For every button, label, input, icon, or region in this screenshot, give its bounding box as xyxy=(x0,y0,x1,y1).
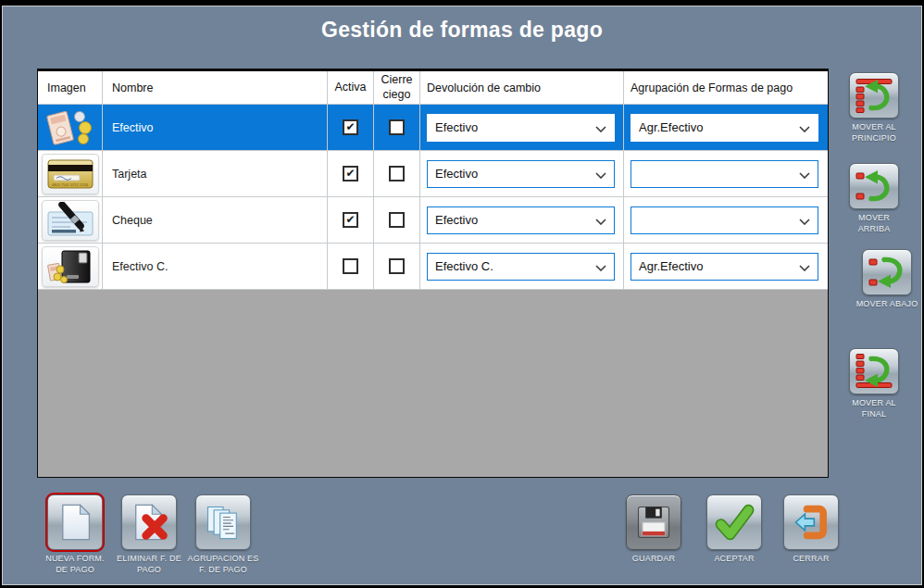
devolucion-dropdown[interactable]: Efectivo C. xyxy=(427,253,615,281)
cash-machine-image xyxy=(42,246,99,287)
row-name: Efectivo xyxy=(103,105,328,151)
move-down-icon xyxy=(867,254,907,291)
column-header-imagen: Imagen xyxy=(38,71,103,105)
move-up-button[interactable]: MOVER ARRIBA xyxy=(845,163,903,234)
agrupacion-dropdown[interactable] xyxy=(631,206,818,234)
move-to-top-button[interactable]: MOVER AL PRINCIPIO xyxy=(845,72,903,144)
move-to-bottom-button[interactable]: MOVER AL FINAL xyxy=(845,348,903,419)
table-row[interactable]: Cheque Efectivo xyxy=(38,197,828,244)
cierre-ciego-checkbox[interactable] xyxy=(389,166,405,181)
column-header-devolucion: Devolución de cambio xyxy=(420,71,624,105)
devolucion-dropdown[interactable]: Efectivo xyxy=(427,114,615,142)
agrupacion-dropdown[interactable]: Agr.Efectivo xyxy=(631,114,818,142)
page-title: Gestión de formas de pago xyxy=(2,18,922,43)
payment-methods-table: Imagen Nombre Activa Cierre ciego Devolu… xyxy=(37,69,829,478)
chevron-down-icon xyxy=(595,126,606,132)
table-row[interactable]: Efectivo C. Efectivo C. Agr.Efectivo xyxy=(38,244,828,290)
column-header-cierre-ciego: Cierre ciego xyxy=(374,71,420,105)
credit-card-image: 4805 7541 3712 1534 xyxy=(42,154,99,194)
move-to-bottom-icon xyxy=(854,353,894,390)
activa-checkbox[interactable] xyxy=(343,212,358,228)
cierre-ciego-checkbox[interactable] xyxy=(389,212,405,228)
activa-checkbox[interactable] xyxy=(343,166,358,181)
column-header-agrupacion: Agrupación de Formas de pago xyxy=(624,71,828,105)
row-name: Efectivo C. xyxy=(103,244,328,290)
column-header-nombre: Nombre xyxy=(103,71,328,105)
move-down-button[interactable]: MOVER ABAJO xyxy=(845,249,924,310)
cierre-ciego-checkbox[interactable] xyxy=(389,119,405,135)
agrupacion-dropdown[interactable] xyxy=(631,160,818,188)
row-name: Tarjeta xyxy=(103,151,328,197)
save-button[interactable]: GUARDAR xyxy=(618,494,690,565)
new-document-icon xyxy=(55,502,95,543)
devolucion-dropdown[interactable]: Efectivo xyxy=(427,206,615,234)
chevron-down-icon xyxy=(799,265,810,271)
payment-groups-button[interactable]: AGRUPACION ES F. DE PAGO xyxy=(187,494,259,575)
column-header-activa: Activa xyxy=(328,71,374,105)
table-row[interactable]: 4805 7541 3712 1534 Tarjeta Efectivo xyxy=(38,151,828,197)
payment-methods-window: Gestión de formas de pago Imagen Nombre … xyxy=(0,0,924,588)
accept-button[interactable]: ACEPTAR xyxy=(698,494,770,565)
new-payment-method-button[interactable]: NUEVA FORM. DE PAGO xyxy=(39,494,111,575)
delete-document-icon xyxy=(129,502,169,543)
euro-cash-image xyxy=(42,107,99,148)
chevron-down-icon xyxy=(595,219,606,225)
activa-checkbox[interactable] xyxy=(343,258,358,274)
cheque-image xyxy=(42,200,99,241)
cierre-ciego-checkbox[interactable] xyxy=(389,258,405,274)
delete-payment-method-button[interactable]: ELIMINAR F. DE PAGO xyxy=(113,494,185,575)
chevron-down-icon xyxy=(595,172,606,179)
close-button[interactable]: CERRAR xyxy=(775,494,847,565)
activa-checkbox[interactable] xyxy=(343,119,358,135)
move-up-icon xyxy=(854,168,894,205)
green-check-icon xyxy=(714,502,755,543)
chevron-down-icon xyxy=(799,172,810,179)
row-name: Cheque xyxy=(103,197,328,244)
receipt-stack-icon xyxy=(203,502,243,543)
chevron-down-icon xyxy=(799,126,810,132)
chevron-down-icon xyxy=(595,265,606,271)
table-header-row: Imagen Nombre Activa Cierre ciego Devolu… xyxy=(38,71,828,105)
svg-text:4805 7541 3712 1534: 4805 7541 3712 1534 xyxy=(52,182,89,187)
table-row[interactable]: Efectivo Efectivo Agr.Efectivo xyxy=(38,105,828,151)
move-to-top-icon xyxy=(854,77,894,114)
floppy-disk-icon xyxy=(633,502,674,543)
exit-door-icon xyxy=(791,502,831,543)
agrupacion-dropdown[interactable]: Agr.Efectivo xyxy=(631,253,818,281)
chevron-down-icon xyxy=(799,219,810,225)
devolucion-dropdown[interactable]: Efectivo xyxy=(427,160,615,188)
